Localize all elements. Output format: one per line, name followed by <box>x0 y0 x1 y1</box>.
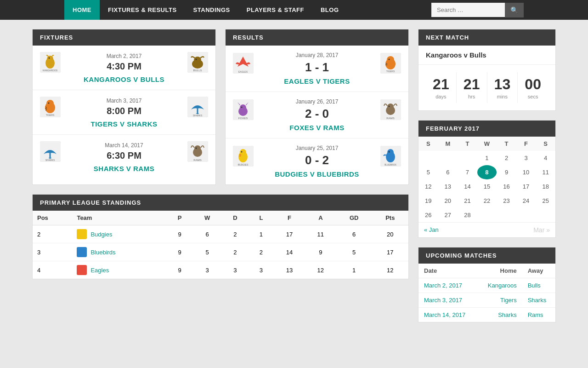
calendar-day[interactable]: 28 <box>458 208 477 222</box>
calendar-day[interactable]: 18 <box>536 179 555 194</box>
standings-w: 3 <box>192 261 222 279</box>
col-f: F <box>274 211 305 225</box>
standings-pos: 2 <box>33 225 72 243</box>
standings-d: 2 <box>222 225 249 243</box>
calendar-day[interactable]: 1 <box>477 151 497 165</box>
nav-fixtures[interactable]: FIXTURES & RESULTS <box>100 0 185 20</box>
standings-l: 3 <box>249 261 274 279</box>
svg-text:TIGERS: TIGERS <box>46 114 55 116</box>
calendar-day <box>477 208 497 222</box>
calendar-day[interactable]: 22 <box>477 194 497 208</box>
foxes-logo: FOXES <box>233 99 254 120</box>
calendar-day[interactable]: 15 <box>477 179 497 194</box>
calendar-day[interactable]: 21 <box>458 194 477 208</box>
calendar-day-header: S <box>536 137 555 151</box>
fixtures-panel: FIXTURES KANGAROOS <box>32 29 216 185</box>
calendar-day[interactable]: 20 <box>438 194 458 208</box>
calendar-day[interactable]: 26 <box>418 208 438 222</box>
table-row: 4 Eagles 9 3 3 3 13 12 1 12 <box>33 261 408 279</box>
standings-header: PRIMARY LEAGUE STANDINGS <box>33 195 408 211</box>
standings-team: Budgies <box>72 225 166 243</box>
fixture-1-title: KANGAROOS V BULLS <box>40 75 208 83</box>
standings-p: 9 <box>167 261 193 279</box>
svg-point-29 <box>389 59 390 60</box>
calendar-day[interactable]: 10 <box>516 165 536 179</box>
upcoming-date-link[interactable]: March 3, 2017 <box>424 297 462 304</box>
upcoming-home-link[interactable]: Sharks <box>498 311 516 318</box>
calendar-week-row: 19202122232425 <box>418 194 555 208</box>
fixture-3-date: March 14, 2017 <box>65 142 183 149</box>
team-name-link[interactable]: Budgies <box>90 231 112 238</box>
calendar-header: FEBRUARY 2017 <box>418 121 555 137</box>
calendar-day[interactable]: 13 <box>438 179 458 194</box>
calendar-day[interactable]: 25 <box>536 194 555 208</box>
calendar-day-header: M <box>438 137 458 151</box>
nav-standings[interactable]: STANDINGS <box>185 0 238 20</box>
calendar-day[interactable]: 8 <box>477 165 497 179</box>
svg-text:TIGERS: TIGERS <box>386 70 395 73</box>
calendar-day[interactable]: 4 <box>536 151 555 165</box>
calendar-day[interactable]: 19 <box>418 194 438 208</box>
table-row: March 14, 2017 Sharks Rams <box>418 308 555 322</box>
calendar-day[interactable]: 23 <box>497 194 516 208</box>
svg-point-8 <box>196 59 197 60</box>
standings-p: 9 <box>167 225 193 243</box>
svg-text:BLUEBIRDS: BLUEBIRDS <box>384 164 396 166</box>
upcoming-date-link[interactable]: March 14, 2017 <box>424 311 465 318</box>
calendar-day[interactable]: 5 <box>418 165 438 179</box>
upcoming-away-link[interactable]: Bulls <box>528 282 541 289</box>
calendar-day[interactable]: 2 <box>497 151 516 165</box>
nav-blog[interactable]: BLOG <box>312 0 347 20</box>
calendar-day[interactable]: 17 <box>516 179 536 194</box>
standings-pos: 3 <box>33 243 72 261</box>
calendar-day[interactable]: 24 <box>516 194 536 208</box>
team-name-link[interactable]: Eagles <box>90 267 109 274</box>
nav-players[interactable]: PLAYERS & STAFF <box>238 0 312 20</box>
calendar-week-row: 567891011 <box>418 165 555 179</box>
rams-logo-2: RAMS <box>380 99 401 120</box>
calendar-day[interactable]: 12 <box>418 179 438 194</box>
upcoming-away-link[interactable]: Sharks <box>528 297 546 304</box>
upcoming-home-link[interactable]: Tigers <box>500 297 517 304</box>
col-a: A <box>305 211 336 225</box>
fixture-3-info: March 14, 2017 6:30 PM <box>65 142 183 161</box>
tigers-logo-2: TIGERS <box>380 53 401 74</box>
calendar-prev[interactable]: « Jan <box>424 226 439 234</box>
countdown-days-num: 21 <box>430 76 452 93</box>
calendar-day[interactable]: 3 <box>516 151 536 165</box>
result-item-3: BUDGIES January 25, 2017 0 - 2 <box>226 138 408 184</box>
upcoming-date: March 3, 2017 <box>418 293 477 308</box>
calendar-day[interactable]: 11 <box>536 165 555 179</box>
search-input[interactable] <box>431 3 505 17</box>
countdown-hrs-num: 21 <box>460 76 483 93</box>
calendar-day[interactable]: 7 <box>458 165 477 179</box>
calendar-day[interactable]: 6 <box>438 165 458 179</box>
calendar-day[interactable]: 16 <box>497 179 516 194</box>
standings-pts: 20 <box>372 225 408 243</box>
bulls-logo: BULLS <box>187 52 208 73</box>
calendar-day[interactable]: 9 <box>497 165 516 179</box>
upcoming-date: March 14, 2017 <box>418 308 477 322</box>
nav-home[interactable]: HOME <box>64 0 100 20</box>
calendar-day[interactable]: 14 <box>458 179 477 194</box>
fixture-2-date: March 3, 2017 <box>65 98 183 104</box>
team-name-link[interactable]: Bluebirds <box>90 249 115 256</box>
fixture-2-info: March 3, 2017 8:00 PM <box>65 98 183 116</box>
sharks-logo: SHARKS <box>187 97 208 117</box>
calendar-day <box>458 151 477 165</box>
standings-f: 14 <box>274 243 305 261</box>
upcoming-date-link[interactable]: March 2, 2017 <box>424 282 462 289</box>
upcoming-away-link[interactable]: Rams <box>528 311 543 318</box>
fixture-1-info: March 2, 2017 4:30 PM <box>65 53 183 72</box>
fixtures-header: FIXTURES <box>33 29 215 46</box>
table-row: March 3, 2017 Tigers Sharks <box>418 293 555 308</box>
fixture-item-1: KANGAROOS March 2, 2017 4:30 PM <box>33 46 215 90</box>
standings-pts: 17 <box>372 243 408 261</box>
standings-l: 1 <box>249 225 274 243</box>
eagles-logo: EAGLES <box>233 53 254 74</box>
sharks-logo-2: SHARKS <box>40 141 61 162</box>
calendar-day[interactable]: 27 <box>438 208 458 222</box>
search-button[interactable]: 🔍 <box>505 3 524 17</box>
calendar-day-header: F <box>516 137 536 151</box>
upcoming-home-link[interactable]: Kangaroos <box>488 282 517 289</box>
